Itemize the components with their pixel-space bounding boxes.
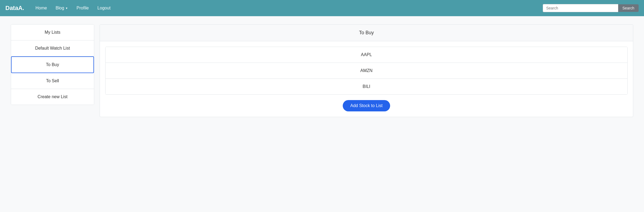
- right-panel-title: To Buy: [100, 25, 633, 41]
- left-panel: My Lists Default Watch List To Buy To Se…: [11, 24, 94, 105]
- search-input[interactable]: [543, 4, 618, 12]
- stock-list: AAPL AMZN BILI: [105, 47, 628, 95]
- brand-logo[interactable]: DataA.: [5, 5, 24, 12]
- profile-link[interactable]: Profile: [73, 4, 92, 13]
- stock-item-amzn[interactable]: AMZN: [106, 63, 627, 79]
- my-lists-item[interactable]: My Lists: [11, 25, 94, 40]
- create-new-list-item[interactable]: Create new List: [11, 89, 94, 105]
- nav-links: Home Blog ▼ Profile Logout: [32, 4, 543, 13]
- to-sell-item[interactable]: To Sell: [11, 73, 94, 89]
- blog-dropdown[interactable]: Blog ▼: [52, 4, 71, 13]
- search-button[interactable]: Search: [618, 4, 639, 12]
- stock-item-aapl[interactable]: AAPL: [106, 47, 627, 63]
- to-buy-item[interactable]: To Buy: [11, 56, 94, 73]
- default-watch-list-item[interactable]: Default Watch List: [11, 40, 94, 56]
- chevron-down-icon: ▼: [65, 7, 68, 10]
- blog-link-label: Blog: [55, 6, 64, 11]
- add-stock-button[interactable]: Add Stock to List: [343, 100, 390, 111]
- home-link[interactable]: Home: [32, 4, 50, 13]
- main-content: My Lists Default Watch List To Buy To Se…: [0, 16, 644, 125]
- navbar: DataA. Home Blog ▼ Profile Logout Search: [0, 0, 644, 16]
- logout-link[interactable]: Logout: [94, 4, 114, 13]
- stock-item-bili[interactable]: BILI: [106, 79, 627, 94]
- right-panel: To Buy AAPL AMZN BILI Add Stock to List: [100, 24, 633, 117]
- search-form: Search: [543, 4, 639, 12]
